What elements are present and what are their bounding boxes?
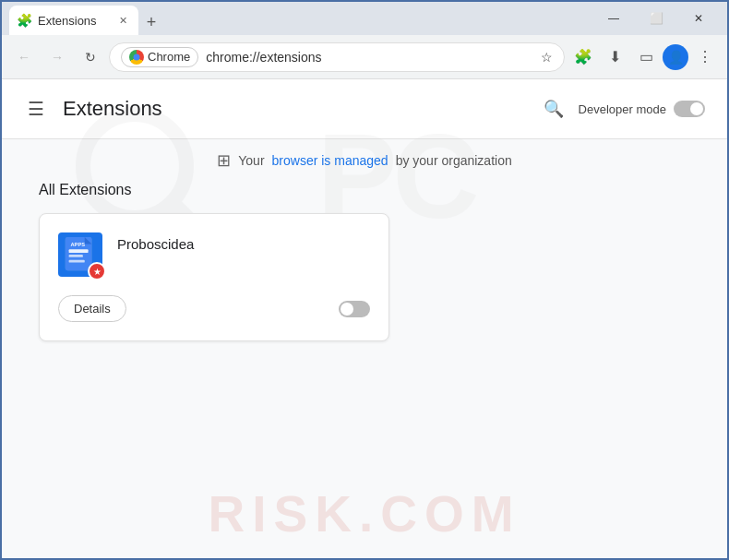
- details-button[interactable]: Details: [58, 295, 126, 322]
- page-content: PC RISK.COM ☰ Extensions 🔍 Developer mod…: [2, 79, 727, 560]
- address-bar: ← → ↻ Chrome chrome://extensions ☆ 🧩 ⬇ ▭…: [2, 35, 727, 79]
- back-button[interactable]: ←: [9, 42, 39, 72]
- close-button[interactable]: ✕: [677, 2, 720, 35]
- extension-name: Proboscidea: [117, 232, 194, 252]
- svg-rect-6: [69, 255, 83, 257]
- svg-rect-7: [69, 260, 85, 263]
- window-controls: — ⬜ ✕: [592, 2, 720, 35]
- extension-card-top: APPS ★ Proboscidea: [58, 232, 370, 277]
- restore-button[interactable]: ⬜: [635, 2, 677, 35]
- managed-text-before: Your: [238, 153, 264, 168]
- all-extensions-section: All Extensions: [2, 182, 727, 363]
- watermark-risk-text: RISK.COM: [209, 484, 521, 543]
- tab-icon: 🧩: [17, 13, 32, 28]
- managed-banner: ⊞ Your browser is managed by your organi…: [2, 139, 727, 182]
- page-title: Extensions: [63, 97, 540, 121]
- extension-card: APPS ★ Proboscidea Details: [39, 213, 389, 341]
- svg-text:APPS: APPS: [71, 242, 86, 247]
- developer-mode-toggle[interactable]: [674, 101, 705, 117]
- chrome-icon: [129, 50, 144, 65]
- title-bar: 🧩 Extensions ✕ + — ⬜ ✕: [2, 2, 727, 35]
- omnibox[interactable]: Chrome chrome://extensions ☆: [109, 42, 565, 72]
- managed-link[interactable]: browser is managed: [272, 153, 388, 168]
- developer-mode-label: Developer mode: [579, 102, 666, 116]
- extensions-header: ☰ Extensions 🔍 Developer mode: [2, 79, 727, 139]
- chrome-badge[interactable]: Chrome: [121, 47, 198, 67]
- extension-toggle[interactable]: [339, 301, 370, 317]
- hamburger-menu-button[interactable]: ☰: [24, 94, 48, 124]
- search-button[interactable]: 🔍: [540, 95, 568, 123]
- minimize-button[interactable]: —: [592, 2, 635, 35]
- new-tab-button[interactable]: +: [138, 9, 164, 35]
- extension-badge: ★: [88, 262, 106, 280]
- badge-icon: ★: [93, 267, 102, 277]
- download-button[interactable]: ⬇: [600, 42, 629, 72]
- svg-rect-5: [69, 249, 89, 253]
- menu-button[interactable]: ⋮: [690, 42, 720, 72]
- star-icon[interactable]: ☆: [541, 50, 553, 65]
- tab-close-button[interactable]: ✕: [114, 12, 131, 29]
- forward-button[interactable]: →: [42, 42, 72, 72]
- toggle-knob: [690, 102, 703, 115]
- extension-icon-wrapper: APPS ★: [58, 232, 102, 277]
- sidebar-button[interactable]: ▭: [631, 42, 661, 72]
- profile-button[interactable]: 👤: [663, 44, 688, 70]
- extension-card-bottom: Details: [58, 295, 370, 322]
- url-display: chrome://extensions: [206, 50, 533, 65]
- tab-area: 🧩 Extensions ✕ +: [9, 2, 589, 35]
- reload-button[interactable]: ↻: [76, 42, 105, 72]
- active-tab[interactable]: 🧩 Extensions ✕: [9, 6, 138, 35]
- tab-label: Extensions: [38, 14, 97, 28]
- managed-icon: ⊞: [217, 150, 231, 171]
- toolbar-icons: 🧩 ⬇ ▭ 👤 ⋮: [568, 42, 720, 72]
- all-extensions-title: All Extensions: [39, 182, 690, 198]
- managed-text-after: by your organization: [396, 153, 512, 168]
- extension-toggle-knob: [341, 303, 353, 316]
- chrome-label: Chrome: [148, 50, 190, 64]
- extensions-toolbar-button[interactable]: 🧩: [568, 42, 598, 72]
